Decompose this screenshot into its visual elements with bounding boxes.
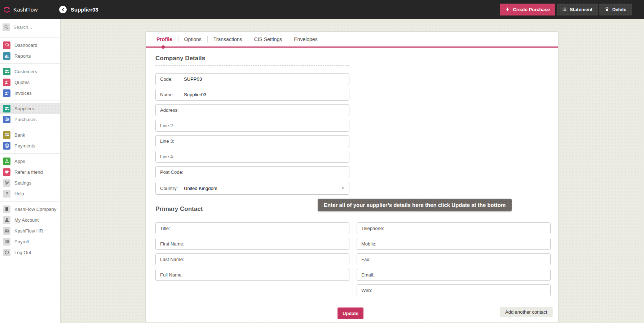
company-fields: Code: Name: Address:	[155, 73, 349, 195]
web-input[interactable]	[376, 285, 550, 296]
field-label: Mobile:	[361, 241, 376, 247]
sidebar-item-refer-a-friend[interactable]: Refer a friend	[0, 167, 60, 177]
tab-cis-settings[interactable]: CIS Settings	[248, 36, 288, 43]
sidebar-item-label: Reports	[14, 53, 31, 59]
field-telephone: Telephone:	[357, 222, 551, 234]
sidebar-item-invoices[interactable]: Invoices	[0, 88, 60, 98]
field-label: Code:	[160, 76, 184, 82]
people-icon	[3, 105, 10, 112]
full-name-input[interactable]	[186, 269, 349, 280]
tab-options[interactable]: Options	[178, 36, 207, 43]
sidebar-item-reports[interactable]: Reports	[0, 50, 60, 61]
dashed-divider	[155, 65, 349, 66]
tab-transactions[interactable]: Transactions	[207, 36, 248, 43]
field-country: Country: ▼	[155, 182, 349, 195]
sidebar-item-settings[interactable]: Settings	[0, 177, 60, 188]
sidebar-item-suppliers[interactable]: Suppliers	[0, 103, 60, 114]
gauge-icon	[3, 41, 10, 49]
field-label: Country:	[160, 186, 184, 191]
sidebar-item-apps[interactable]: Apps	[0, 156, 60, 167]
sidebar-item-bank[interactable]: Bank	[0, 129, 60, 140]
sidebar-item-dashboard[interactable]: Dashboard	[0, 40, 60, 50]
create-purchase-button[interactable]: Create Purchase	[500, 4, 555, 16]
tab-bar: Profile Options Transactions CIS Setting…	[146, 32, 558, 47]
field-web: Web:	[357, 284, 551, 296]
sidebar-item-customers[interactable]: Customers	[0, 66, 60, 77]
brand: KashFlow	[0, 6, 54, 13]
sidebar-item-label: Quotes	[14, 80, 30, 85]
title-input[interactable]	[174, 223, 349, 234]
fax-input[interactable]	[374, 254, 550, 265]
people-icon	[3, 68, 10, 75]
credit-card-icon	[3, 131, 10, 139]
field-label: Title:	[160, 226, 170, 231]
add-another-contact-button[interactable]: Add another contact	[500, 307, 552, 317]
person-up-icon	[3, 79, 10, 86]
field-fax: Fax:	[357, 253, 551, 265]
sidebar-item-my-account[interactable]: My Account	[0, 214, 60, 225]
tab-envelopes[interactable]: Envelopes	[288, 36, 323, 43]
search-input[interactable]	[13, 25, 53, 30]
sidebar-item-payments[interactable]: Payments	[0, 140, 60, 151]
sidebar-item-label: Purchases	[14, 117, 36, 122]
divider	[0, 201, 60, 202]
field-code: Code:	[155, 73, 349, 85]
sidebar-item-purchases[interactable]: Purchases	[0, 114, 60, 125]
last-name-input[interactable]	[188, 254, 349, 265]
tab-profile[interactable]: Profile	[151, 36, 178, 43]
list-icon	[562, 7, 570, 13]
brand-name: KashFlow	[13, 6, 38, 13]
field-first-name: First Name:	[155, 238, 349, 250]
field-email: Email:	[357, 269, 551, 281]
address-input[interactable]	[184, 105, 349, 116]
question-icon: ?	[3, 190, 10, 198]
sidebar-item-help[interactable]: ? Help	[0, 188, 60, 199]
code-input[interactable]	[184, 74, 349, 85]
field-title: Title:	[155, 222, 349, 234]
sidebar-item-label: Payments	[14, 143, 35, 149]
sidebar-item-label: Apps	[14, 159, 25, 164]
divider	[0, 37, 60, 37]
email-input[interactable]	[378, 269, 550, 280]
sidebar-item-label: Payroll	[14, 239, 29, 244]
heart-icon	[3, 168, 10, 176]
svg-text:?: ?	[5, 191, 8, 196]
back-button[interactable]	[59, 6, 67, 13]
sidebar-item-label: Bank	[14, 132, 25, 138]
sidebar-item-label: Refer a friend	[14, 169, 43, 175]
line-4-input[interactable]	[184, 151, 349, 162]
plus-icon	[505, 7, 513, 13]
first-name-input[interactable]	[188, 238, 349, 249]
name-input[interactable]	[184, 89, 349, 100]
field-last-name: Last Name:	[155, 253, 349, 265]
sidebar: Dashboard Reports Customers Quotes Invoi…	[0, 19, 61, 323]
sidebar-item-quotes[interactable]: Quotes	[0, 77, 60, 88]
gear-icon	[3, 179, 10, 187]
update-button[interactable]: Update	[338, 307, 363, 319]
delete-button[interactable]: Delete	[599, 4, 632, 16]
field-label: Post Code:	[160, 169, 184, 175]
telephone-input[interactable]	[388, 223, 550, 234]
field-mobile: Mobile:	[357, 238, 551, 250]
country-input[interactable]	[184, 182, 349, 194]
trash-icon	[605, 7, 612, 13]
active-tab-dot	[162, 45, 165, 49]
person-down-icon	[3, 89, 10, 97]
line-2-input[interactable]	[184, 120, 349, 131]
statement-button[interactable]: Statement	[557, 4, 598, 16]
share-nodes-icon	[3, 158, 10, 165]
supplier-card: Profile Options Transactions CIS Setting…	[145, 31, 559, 322]
chevron-down-icon: ▼	[341, 187, 344, 190]
person-icon	[3, 216, 10, 224]
sidebar-item-payroll[interactable]: Payroll	[0, 236, 60, 247]
post-code-input[interactable]	[184, 167, 349, 178]
field-label: Address:	[160, 107, 184, 113]
line-3-input[interactable]	[184, 136, 349, 147]
sidebar-item-kashflow-hr[interactable]: KashFlow HR	[0, 225, 60, 236]
dashed-column-divider	[349, 222, 357, 296]
sidebar-item-kashflow-company[interactable]: KashFlow Company	[0, 204, 60, 214]
mobile-input[interactable]	[380, 238, 550, 249]
section-heading: Company Details	[155, 54, 349, 62]
active-tab-underline	[146, 47, 558, 48]
sidebar-item-log-out[interactable]: Log Out	[0, 247, 60, 258]
